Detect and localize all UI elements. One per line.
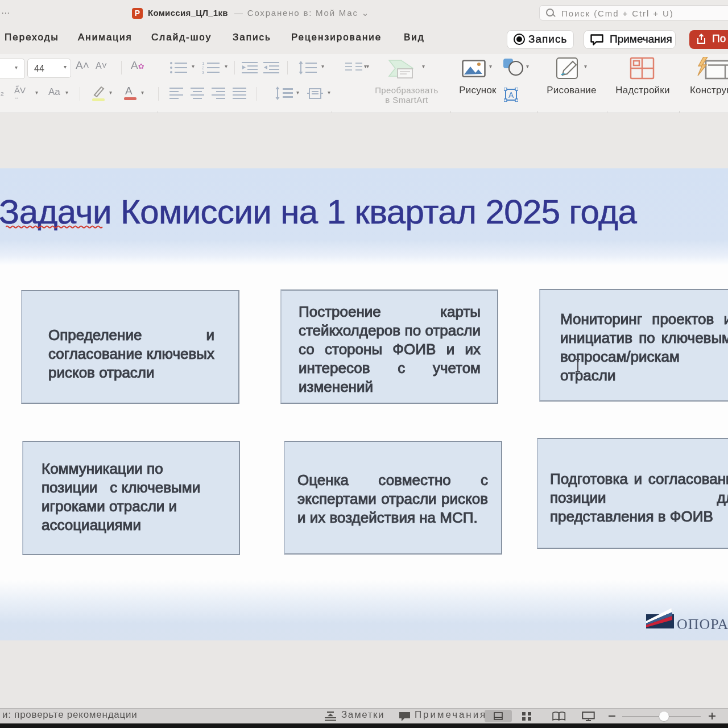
svg-text:A: A [508, 90, 514, 100]
svg-text:3: 3 [202, 70, 205, 75]
